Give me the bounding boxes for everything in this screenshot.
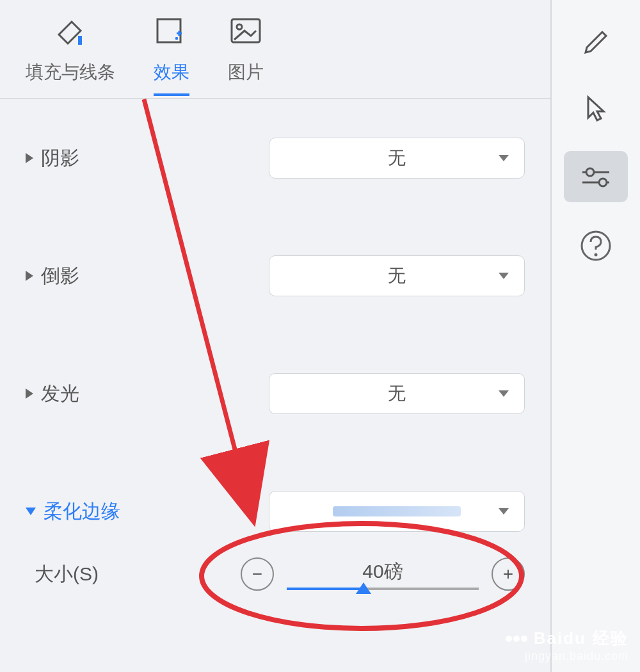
tab-effects-label: 效果	[154, 60, 189, 84]
svg-point-3	[237, 24, 242, 29]
chevron-down-icon	[499, 155, 509, 161]
chevron-right-icon	[26, 153, 33, 163]
tab-fill-line-label: 填充与线条	[26, 60, 115, 84]
svg-point-5	[586, 168, 594, 176]
chevron-down-icon	[499, 508, 509, 515]
glow-label: 发光	[41, 381, 79, 407]
reflection-dropdown[interactable]: 无	[269, 255, 525, 296]
soft-edges-row: 柔化边缘	[26, 491, 525, 532]
chevron-down-icon	[499, 273, 509, 279]
soft-edges-toggle[interactable]: 柔化边缘	[26, 499, 120, 525]
shadow-dropdown[interactable]: 无	[269, 138, 525, 179]
shadow-toggle[interactable]: 阴影	[26, 145, 79, 172]
minus-icon: −	[252, 564, 262, 584]
svg-rect-0	[78, 36, 82, 45]
glow-value: 无	[388, 381, 406, 406]
increase-button[interactable]: +	[492, 557, 525, 591]
reflection-value: 无	[388, 264, 406, 288]
decrease-button[interactable]: −	[241, 557, 274, 591]
effects-icon	[154, 13, 189, 49]
slider-fill	[287, 588, 364, 590]
soft-edges-dropdown[interactable]	[269, 491, 525, 532]
size-slider-row: 大小(S) − 40磅 +	[26, 557, 525, 591]
size-label: 大小(S)	[26, 561, 99, 588]
chevron-right-icon	[26, 271, 33, 281]
side-toolbar	[550, 0, 640, 672]
reflection-label: 倒影	[41, 263, 79, 289]
chevron-down-icon	[499, 390, 509, 397]
pencil-icon	[580, 23, 611, 54]
plus-icon: +	[503, 564, 513, 584]
picture-icon	[228, 13, 264, 49]
tab-picture[interactable]: 图片	[228, 13, 264, 93]
help-icon	[579, 229, 612, 262]
svg-point-7	[599, 179, 607, 186]
shadow-row: 阴影 无	[26, 138, 525, 179]
help-tool[interactable]	[564, 220, 628, 271]
settings-tool[interactable]	[564, 151, 628, 202]
chevron-down-icon	[26, 508, 36, 515]
soft-edges-preview	[333, 506, 461, 516]
glow-row: 发光 无	[26, 373, 525, 414]
slider-thumb[interactable]	[356, 582, 371, 594]
reflection-row: 倒影 无	[26, 255, 525, 296]
slider[interactable]: 40磅	[287, 559, 479, 590]
cursor-icon	[580, 92, 611, 123]
slider-value: 40磅	[362, 559, 403, 585]
svg-point-9	[595, 253, 598, 257]
shadow-label: 阴影	[41, 145, 79, 172]
glow-toggle[interactable]: 发光	[26, 381, 79, 407]
effects-content: 阴影 无 倒影 无 发光 无	[0, 99, 550, 616]
tabs-row: 填充与线条 效果 图片	[0, 0, 550, 99]
reflection-toggle[interactable]: 倒影	[26, 263, 79, 289]
sliders-icon	[579, 163, 613, 190]
chevron-right-icon	[26, 388, 33, 399]
tab-effects[interactable]: 效果	[154, 13, 189, 96]
shadow-value: 无	[388, 146, 406, 170]
soft-edges-label: 柔化边缘	[44, 499, 120, 525]
pencil-tool[interactable]	[564, 13, 628, 64]
tab-fill-line[interactable]: 填充与线条	[26, 13, 115, 93]
cursor-tool[interactable]	[564, 82, 628, 133]
paint-bucket-icon	[52, 13, 88, 49]
tab-picture-label: 图片	[228, 60, 264, 84]
glow-dropdown[interactable]: 无	[269, 373, 525, 414]
format-panel: 填充与线条 效果 图片	[0, 0, 550, 672]
slider-track	[287, 588, 479, 590]
slider-container: − 40磅 +	[241, 557, 525, 591]
